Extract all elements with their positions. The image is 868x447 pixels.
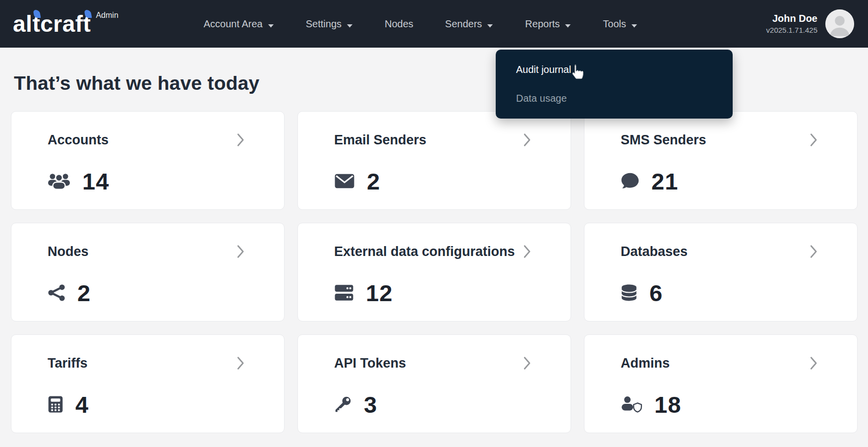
card-value: 2 — [367, 168, 380, 195]
menu-item-audit-journal[interactable]: Audit journal — [496, 55, 733, 84]
top-navbar: altcraft Admin Account Area Settings Nod… — [0, 0, 868, 48]
card-title: Databases — [621, 244, 688, 259]
card-admins[interactable]: Admins 18 — [584, 334, 858, 433]
card-title: Admins — [621, 356, 670, 371]
chevron-right-icon[interactable] — [522, 132, 532, 147]
card-title: External data configurations — [334, 244, 515, 259]
card-tariffs[interactable]: Tariffs 4 — [11, 334, 285, 433]
nav-item-nodes[interactable]: Nodes — [385, 18, 413, 30]
chevron-right-icon[interactable] — [522, 356, 532, 371]
nav-label: Senders — [445, 18, 482, 30]
users-icon — [48, 172, 70, 190]
card-accounts[interactable]: Accounts 14 — [11, 111, 285, 210]
server-icon — [334, 284, 354, 302]
main-content: That’s what we have today Accounts 14 — [0, 72, 868, 433]
chevron-right-icon[interactable] — [809, 356, 818, 371]
user-shield-icon — [621, 395, 642, 413]
dashboard-cards-grid: Accounts 14 Email Senders — [11, 111, 858, 433]
card-external-data-configurations[interactable]: External data configurations 12 — [297, 223, 571, 321]
calculator-icon — [48, 395, 63, 413]
card-title: SMS Senders — [621, 132, 706, 148]
caret-down-icon — [487, 19, 493, 30]
caret-down-icon — [631, 19, 637, 30]
comment-icon — [621, 172, 639, 190]
brand-suffix-label: Admin — [96, 11, 118, 20]
nav-label: Tools — [603, 18, 626, 30]
brand-logo[interactable]: altcraft Admin — [13, 0, 118, 48]
card-title: Tariffs — [48, 356, 88, 371]
avatar[interactable] — [825, 9, 854, 38]
main-nav: Account Area Settings Nodes Senders Repo… — [204, 17, 637, 30]
card-title: API Tokens — [334, 356, 406, 371]
card-title: Email Senders — [334, 132, 426, 148]
caret-down-icon — [347, 19, 353, 30]
chevron-right-icon[interactable] — [809, 244, 818, 259]
nav-item-account-area[interactable]: Account Area — [204, 17, 274, 30]
card-api-tokens[interactable]: API Tokens 3 — [297, 334, 571, 433]
card-value: 4 — [75, 391, 89, 418]
card-value: 18 — [654, 391, 681, 418]
chevron-right-icon[interactable] — [235, 356, 245, 371]
chevron-right-icon[interactable] — [235, 132, 245, 147]
caret-down-icon — [565, 19, 571, 30]
card-title: Nodes — [48, 244, 89, 259]
card-value: 6 — [649, 279, 663, 307]
database-icon — [621, 284, 637, 302]
key-icon — [334, 395, 352, 413]
chevron-right-icon[interactable] — [522, 244, 532, 259]
nav-label: Reports — [525, 18, 560, 30]
user-info: John Doe v2025.1.71.425 — [766, 12, 817, 35]
card-sms-senders[interactable]: SMS Senders 21 — [584, 111, 858, 210]
user-menu[interactable]: John Doe v2025.1.71.425 — [766, 9, 854, 38]
user-name: John Doe — [766, 12, 817, 25]
altcraft-logo: altcraft — [13, 0, 91, 48]
envelope-icon — [334, 173, 355, 190]
app-version: v2025.1.71.425 — [766, 25, 817, 35]
card-title: Accounts — [48, 132, 109, 148]
share-icon — [48, 284, 65, 302]
card-value: 2 — [77, 279, 91, 307]
card-databases[interactable]: Databases 6 — [584, 223, 858, 321]
card-value: 12 — [366, 279, 393, 307]
chevron-right-icon[interactable] — [809, 132, 818, 147]
nav-item-reports[interactable]: Reports — [525, 17, 571, 30]
card-value: 21 — [651, 168, 678, 195]
nav-label: Account Area — [204, 18, 263, 30]
nav-item-tools[interactable]: Tools — [603, 17, 637, 30]
card-value: 14 — [82, 168, 109, 195]
chevron-right-icon[interactable] — [235, 244, 245, 259]
caret-down-icon — [268, 19, 274, 30]
card-value: 3 — [364, 391, 377, 418]
nav-item-senders[interactable]: Senders — [445, 17, 494, 30]
nav-label: Settings — [306, 18, 342, 30]
nav-item-settings[interactable]: Settings — [306, 17, 353, 30]
nav-label: Nodes — [385, 18, 413, 30]
card-nodes[interactable]: Nodes 2 — [11, 223, 285, 321]
card-email-senders[interactable]: Email Senders 2 — [297, 111, 571, 210]
tools-dropdown-menu: Audit journal Data usage — [496, 50, 733, 119]
menu-item-data-usage[interactable]: Data usage — [496, 84, 733, 113]
